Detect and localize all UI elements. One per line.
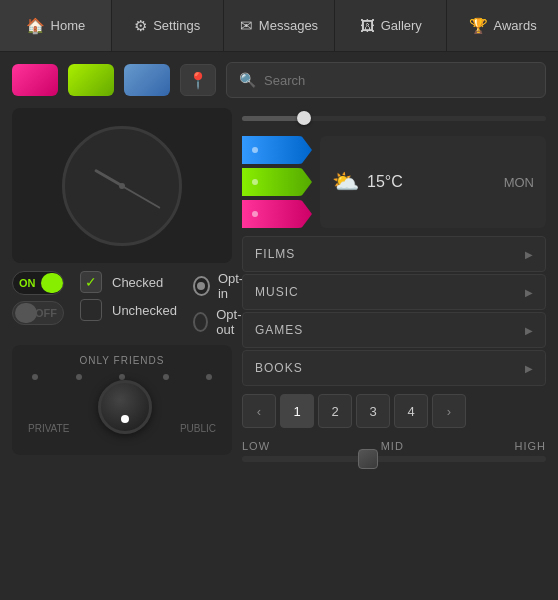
tag-dot-blue bbox=[252, 147, 258, 153]
page-2[interactable]: 2 bbox=[318, 394, 352, 428]
nav-messages[interactable]: ✉ Messages bbox=[224, 0, 336, 51]
toggle-off-label: OFF bbox=[35, 307, 57, 319]
page-next[interactable]: › bbox=[432, 394, 466, 428]
clock-center bbox=[119, 183, 125, 189]
nav-home-label: Home bbox=[51, 18, 86, 33]
page-prev[interactable]: ‹ bbox=[242, 394, 276, 428]
knob-left-label: PRIVATE bbox=[28, 423, 69, 434]
toggle-on-row: ON bbox=[12, 271, 64, 295]
menu-arrow-icon-4: ▶ bbox=[525, 363, 533, 374]
tag-green[interactable] bbox=[242, 168, 312, 196]
tag-blue[interactable] bbox=[242, 136, 312, 164]
minute-hand bbox=[122, 185, 161, 209]
radio-optout[interactable] bbox=[193, 312, 208, 332]
toggle-off[interactable]: OFF bbox=[12, 301, 64, 325]
awards-icon: 🏆 bbox=[469, 17, 488, 35]
menu-books[interactable]: BOOKS ▶ bbox=[242, 350, 546, 386]
menu-list: FILMS ▶ MUSIC ▶ GAMES ▶ BOOKS ▶ bbox=[242, 236, 546, 386]
tag-pink[interactable] bbox=[242, 200, 312, 228]
nav-bar: 🏠 Home ⚙ Settings ✉ Messages 🖼 Gallery 🏆… bbox=[0, 0, 558, 52]
checked-label: Checked bbox=[112, 275, 163, 290]
messages-icon: ✉ bbox=[240, 17, 253, 35]
search-icon: 🔍 bbox=[239, 72, 256, 88]
checkbox-checked-row: ✓ Checked bbox=[80, 271, 177, 293]
menu-music[interactable]: MUSIC ▶ bbox=[242, 274, 546, 310]
swatch-green[interactable] bbox=[68, 64, 114, 96]
checkbox-checked[interactable]: ✓ bbox=[80, 271, 102, 293]
weather-day: MON bbox=[504, 175, 534, 190]
slider-label-high: HIGH bbox=[514, 440, 546, 452]
page-2-label: 2 bbox=[331, 404, 338, 419]
tag-dot-pink bbox=[252, 211, 258, 217]
prev-icon: ‹ bbox=[257, 404, 261, 419]
page-1[interactable]: 1 bbox=[280, 394, 314, 428]
nav-settings[interactable]: ⚙ Settings bbox=[112, 0, 224, 51]
menu-games[interactable]: GAMES ▶ bbox=[242, 312, 546, 348]
slider-label-mid: MID bbox=[381, 440, 404, 452]
menu-films-label: FILMS bbox=[255, 247, 295, 261]
unchecked-label: Unchecked bbox=[112, 303, 177, 318]
checkbox-unchecked[interactable] bbox=[80, 299, 102, 321]
menu-books-label: BOOKS bbox=[255, 361, 303, 375]
main-content: 📍 🔍 ON bbox=[0, 52, 558, 476]
radio-optin[interactable] bbox=[193, 276, 210, 296]
search-bar[interactable]: 🔍 bbox=[226, 62, 546, 98]
radio-optin-row: Opt-in bbox=[193, 271, 246, 301]
toggle-on-knob bbox=[41, 273, 63, 293]
page-4-label: 4 bbox=[407, 404, 414, 419]
location-button[interactable]: 📍 bbox=[180, 64, 216, 96]
toggle-off-knob bbox=[15, 303, 37, 323]
slider-label-low: LOW bbox=[242, 440, 270, 452]
knob-container: PRIVATE PUBLIC bbox=[22, 380, 222, 434]
nav-awards[interactable]: 🏆 Awards bbox=[447, 0, 558, 51]
nav-gallery-label: Gallery bbox=[381, 18, 422, 33]
settings-icon: ⚙ bbox=[134, 17, 147, 35]
gallery-icon: 🖼 bbox=[360, 17, 375, 34]
menu-arrow-icon: ▶ bbox=[525, 249, 533, 260]
knob-panel: ONLY FRIENDS PRIVATE PUBLIC bbox=[12, 345, 232, 455]
knob-right-label: PUBLIC bbox=[180, 423, 216, 434]
page-4[interactable]: 4 bbox=[394, 394, 428, 428]
top-row: 📍 🔍 bbox=[12, 62, 546, 98]
nav-settings-label: Settings bbox=[153, 18, 200, 33]
weather-left: ⛅ 15°C bbox=[332, 169, 403, 195]
nav-awards-label: Awards bbox=[494, 18, 537, 33]
nav-home[interactable]: 🏠 Home bbox=[0, 0, 112, 51]
toggle-on[interactable]: ON bbox=[12, 271, 64, 295]
knob-dots bbox=[22, 370, 222, 380]
tag-dot-green bbox=[252, 179, 258, 185]
menu-films[interactable]: FILMS ▶ bbox=[242, 236, 546, 272]
menu-games-label: GAMES bbox=[255, 323, 303, 337]
menu-arrow-icon-2: ▶ bbox=[525, 287, 533, 298]
swatch-blue[interactable] bbox=[124, 64, 170, 96]
page-3[interactable]: 3 bbox=[356, 394, 390, 428]
nav-gallery[interactable]: 🖼 Gallery bbox=[335, 0, 447, 51]
knob-control[interactable] bbox=[98, 380, 152, 434]
page-3-label: 3 bbox=[369, 404, 376, 419]
clock-face bbox=[62, 126, 182, 246]
swatch-pink[interactable] bbox=[12, 64, 58, 96]
top-slider[interactable] bbox=[242, 108, 546, 128]
bottom-slider-track[interactable] bbox=[242, 456, 546, 462]
tags-column bbox=[242, 136, 312, 228]
toggle-on-label: ON bbox=[19, 277, 36, 289]
pagination: ‹ 1 2 3 4 › bbox=[242, 394, 546, 428]
toggles-col: ON OFF bbox=[12, 271, 64, 337]
bottom-slider-thumb[interactable] bbox=[358, 449, 378, 469]
weather-icon: ⛅ bbox=[332, 169, 359, 195]
middle-row: ON OFF ✓ bbox=[12, 108, 546, 466]
menu-music-label: MUSIC bbox=[255, 285, 299, 299]
checkboxes-col: ✓ Checked Unchecked bbox=[80, 271, 177, 337]
top-slider-thumb[interactable] bbox=[297, 111, 311, 125]
top-slider-track bbox=[242, 116, 546, 121]
search-input[interactable] bbox=[264, 73, 533, 88]
toggle-off-row: OFF bbox=[12, 301, 64, 325]
checkmark-icon: ✓ bbox=[85, 274, 97, 290]
knob-indicator bbox=[121, 415, 129, 423]
knob-title: ONLY FRIENDS bbox=[22, 355, 222, 366]
clock-widget bbox=[12, 108, 232, 263]
slider-labels: LOW MID HIGH bbox=[242, 440, 546, 452]
location-icon: 📍 bbox=[188, 71, 208, 90]
top-slider-fill bbox=[242, 116, 303, 121]
page-1-label: 1 bbox=[293, 404, 300, 419]
